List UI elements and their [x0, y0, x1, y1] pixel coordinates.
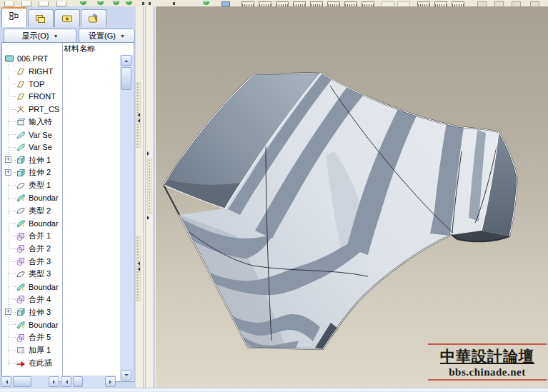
show-dropdown-button[interactable]: 显示(O) ▼	[4, 29, 76, 44]
tree-item-18[interactable]: Boundar	[2, 281, 121, 293]
expand-right-arrow[interactable]	[147, 215, 151, 221]
tree-vertical-scrollbar[interactable]	[120, 55, 133, 381]
tree-item-label: 合并 3	[29, 256, 121, 267]
tree-item-9[interactable]: +拉伸 2	[2, 166, 121, 179]
tree-item-label: PRT_CS	[29, 105, 121, 114]
zebra-analysis-model[interactable]	[156, 6, 548, 388]
settings-dropdown-button[interactable]: 设置(G) ▼	[79, 29, 135, 44]
green-orb-icon[interactable]	[113, 1, 119, 5]
tree-item-label: 拉伸 2	[29, 167, 121, 178]
expand-plus-icon[interactable]: +	[5, 156, 11, 163]
tree-item-20[interactable]: +拉伸 3	[2, 306, 121, 318]
merge-icon	[16, 231, 26, 241]
tree-connector	[9, 261, 16, 262]
tree-item-8[interactable]: +拉伸 1	[2, 154, 121, 166]
blue-tool-icon[interactable]	[221, 1, 230, 6]
scroll-right-button[interactable]	[49, 376, 59, 387]
part-icon	[4, 54, 15, 64]
tree-item-23[interactable]: 加厚 1	[2, 343, 121, 356]
tree-item-root[interactable]: 006.PRT	[2, 52, 121, 65]
bottom-edge-strip	[0, 388, 548, 392]
tree-connector	[9, 337, 16, 338]
tree-connector	[9, 248, 16, 249]
expand-plus-icon[interactable]: +	[5, 169, 11, 176]
green-orb-icon[interactable]	[80, 1, 86, 5]
tree-item-21[interactable]: Boundar	[2, 318, 121, 331]
vertical-scroll-thumb[interactable]	[121, 67, 131, 90]
collapse-left-arrows[interactable]	[136, 261, 140, 272]
green-orb-icon[interactable]	[126, 1, 132, 5]
tree-horizontal-scrollbar[interactable]	[1, 376, 59, 388]
tree-item-1[interactable]: RIGHT	[2, 65, 121, 78]
tree-item-4[interactable]: PRT_CS	[2, 103, 121, 116]
show-button-label: 显示(O)	[22, 31, 49, 41]
tree-connector	[9, 198, 16, 198]
expand-right-arrow[interactable]	[147, 151, 151, 156]
document-icon[interactable]	[56, 1, 66, 6]
insert-here-icon	[16, 358, 26, 368]
tree-item-11[interactable]: Boundar	[2, 191, 121, 204]
column-horizontal-scrollbar[interactable]	[61, 376, 116, 388]
tree-item-3[interactable]: FRONT	[2, 90, 121, 103]
tree-item-label: 类型 1	[29, 180, 121, 191]
splitter-grip[interactable]	[147, 159, 152, 214]
tree-item-label: RIGHT	[29, 67, 121, 76]
chevron-left-icon	[136, 119, 140, 123]
green-orb-icon[interactable]	[203, 1, 209, 5]
tree-item-label: 合并 2	[29, 243, 121, 254]
navigator-tab-model-tree[interactable]	[1, 7, 27, 27]
navigator-tab-folder-browser[interactable]	[28, 9, 54, 27]
style-icon	[16, 269, 26, 279]
panel-splitter[interactable]	[136, 6, 156, 388]
tree-item-22[interactable]: 合并 5	[2, 331, 121, 344]
watermark-url: bbs.chinade.net	[428, 366, 547, 378]
tree-item-label: 合并 1	[29, 231, 121, 241]
tree-item-12[interactable]: 类型 2	[2, 204, 121, 217]
document-icon[interactable]	[39, 1, 49, 6]
scroll-left-button[interactable]	[1, 376, 11, 387]
document-icon[interactable]	[21, 1, 31, 6]
tree-item-16[interactable]: 合并 3	[2, 255, 121, 268]
tree-item-17[interactable]: 类型 3	[2, 268, 121, 281]
tree-item-13[interactable]: Boundar	[2, 217, 121, 230]
navigator-tab-favorites[interactable]	[54, 9, 80, 27]
thicken-icon	[16, 345, 26, 355]
tree-item-5[interactable]: 输入特	[2, 116, 121, 129]
tree-item-label: 合并 5	[29, 332, 121, 343]
tree-item-6[interactable]: Var Se	[2, 129, 121, 141]
navigator-tab-history[interactable]	[81, 9, 106, 27]
dot-icon[interactable]	[173, 2, 175, 5]
tree-item-2[interactable]: TOP	[2, 78, 121, 91]
tree-item-14[interactable]: 合并 1	[2, 230, 121, 243]
boundary-blend-icon	[16, 218, 26, 228]
scroll-down-button[interactable]	[121, 370, 131, 381]
horizontal-scroll-thumb[interactable]	[73, 376, 83, 387]
scroll-up-button[interactable]	[121, 55, 131, 66]
scroll-left-button[interactable]	[61, 376, 71, 387]
tree-item-label: Boundar	[29, 219, 121, 228]
dot-icon[interactable]	[149, 2, 151, 5]
document-icon[interactable]	[4, 1, 14, 6]
csys-icon	[16, 104, 26, 114]
model-tree-icon	[9, 11, 20, 23]
tree-item-label: 拉伸 3	[29, 307, 121, 318]
tree-item-7[interactable]: Var Se	[2, 141, 121, 154]
favorites-folder-icon	[61, 13, 73, 24]
chevron-left-icon	[136, 267, 140, 271]
forum-watermark: 中華設計論壇 bbs.chinade.net	[428, 343, 547, 381]
scroll-right-button[interactable]	[105, 376, 116, 387]
tree-connector	[9, 236, 16, 236]
collapse-left-arrows[interactable]	[136, 112, 140, 124]
tree-item-label: 类型 3	[29, 268, 121, 279]
chevron-down-icon: ▼	[53, 34, 58, 39]
dot-icon[interactable]	[142, 2, 144, 5]
3d-viewport[interactable]: 中華設計論壇 bbs.chinade.net	[156, 6, 548, 388]
horizontal-scroll-thumb[interactable]	[13, 376, 31, 387]
tree-item-19[interactable]: 合并 4	[2, 293, 121, 306]
tree-item-24[interactable]: 在此插	[2, 356, 121, 369]
tree-item-15[interactable]: 合并 2	[2, 242, 121, 255]
green-orb-icon[interactable]	[97, 1, 104, 5]
tree-item-10[interactable]: 类型 1	[2, 179, 121, 192]
tree-connector	[9, 273, 16, 274]
expand-plus-icon[interactable]: +	[5, 308, 11, 315]
